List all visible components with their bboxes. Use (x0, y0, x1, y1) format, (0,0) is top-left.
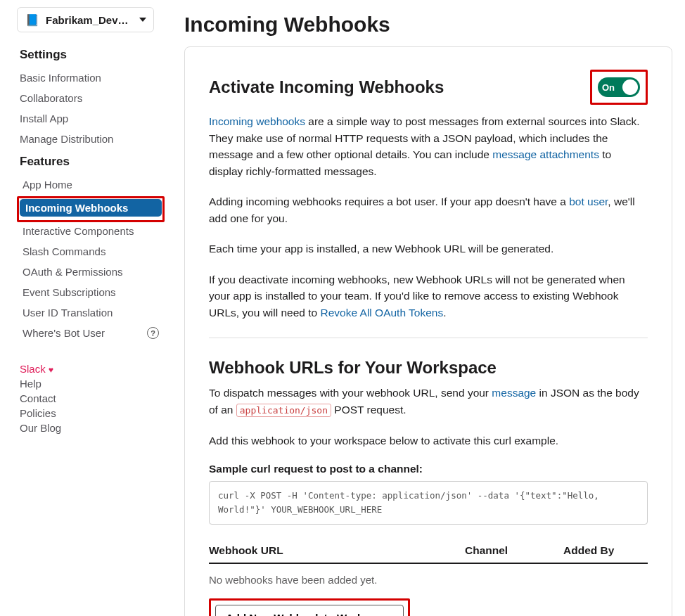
activate-paragraph-2: Adding incoming webhooks requires a bot … (209, 193, 648, 226)
toggle-knob-icon (622, 79, 638, 95)
activate-header-row: Activate Incoming Webhooks On (209, 70, 648, 105)
highlight-box-add-button: Add New Webhook to Workspace (209, 598, 410, 616)
highlight-box: Incoming Webhooks (17, 196, 165, 222)
features-heading: Features (20, 155, 165, 169)
message-link[interactable]: message (492, 387, 536, 399)
bot-user-link[interactable]: bot user (569, 195, 608, 207)
content-panel: Activate Incoming Webhooks On Incoming w… (184, 46, 672, 616)
activate-paragraph-1: Incoming webhooks are a simple way to po… (209, 113, 648, 179)
chevron-down-icon (139, 18, 146, 22)
sidebar-item-app-home[interactable]: App Home (17, 176, 165, 193)
urls-paragraph-2: Add this webhook to your workspace below… (209, 432, 648, 449)
urls-paragraph-1: To dispatch messages with your webhook U… (209, 385, 648, 418)
sidebar: 📘 Fabrikam_Dev… Settings Basic Informati… (0, 0, 169, 616)
sidebar-item-user-id-translation[interactable]: User ID Translation (17, 304, 165, 321)
sidebar-item-manage-distribution[interactable]: Manage Distribution (17, 130, 165, 148)
activate-paragraph-4: If you deactivate incoming webhooks, new… (209, 271, 648, 321)
highlight-box-toggle: On (590, 70, 648, 105)
table-col-webhook-url: Webhook URL (209, 544, 465, 557)
footer-help-link[interactable]: Help (17, 376, 165, 391)
activate-heading: Activate Incoming Webhooks (209, 77, 444, 97)
sample-curl-label: Sample curl request to post to a channel… (209, 463, 648, 475)
sidebar-item-oauth-permissions[interactable]: OAuth & Permissions (17, 263, 165, 281)
settings-nav: Basic Information Collaborators Install … (17, 69, 165, 148)
divider (209, 338, 648, 338)
webhook-empty-message: No webhooks have been added yet. (209, 574, 648, 586)
sidebar-item-slash-commands[interactable]: Slash Commands (17, 243, 165, 260)
sidebar-item-event-subscriptions[interactable]: Event Subscriptions (17, 283, 165, 301)
content-type-code: application/json (236, 404, 331, 417)
incoming-webhooks-link[interactable]: Incoming webhooks (209, 115, 305, 127)
footer-links: Slack ♥ Help Contact Policies Our Blog (17, 361, 165, 435)
sidebar-item-incoming-webhooks[interactable]: Incoming Webhooks (20, 199, 162, 217)
app-name: Fabrikam_Dev… (46, 14, 135, 26)
sidebar-item-basic-information[interactable]: Basic Information (17, 69, 165, 86)
sidebar-item-interactive-components[interactable]: Interactive Components (17, 222, 165, 240)
footer-slack-link[interactable]: Slack ♥ (17, 361, 165, 376)
add-new-webhook-button[interactable]: Add New Webhook to Workspace (215, 605, 404, 616)
activate-toggle[interactable]: On (598, 77, 640, 97)
footer-policies-link[interactable]: Policies (17, 406, 165, 421)
sidebar-item-wheres-bot-user[interactable]: Where's Bot User ? (17, 324, 165, 342)
page-title: Incoming Webhooks (184, 13, 672, 37)
footer-blog-link[interactable]: Our Blog (17, 421, 165, 435)
webhook-urls-heading: Webhook URLs for Your Workspace (209, 358, 648, 378)
app-selector-dropdown[interactable]: 📘 Fabrikam_Dev… (17, 7, 154, 32)
main-content: Incoming Webhooks Activate Incoming Webh… (169, 0, 685, 616)
settings-heading: Settings (20, 48, 165, 62)
revoke-tokens-link[interactable]: Revoke All OAuth Tokens (321, 307, 444, 319)
table-col-added-by: Added By (563, 544, 648, 557)
footer-contact-link[interactable]: Contact (17, 391, 165, 406)
sample-curl-code: curl -X POST -H 'Content-type: applicati… (209, 481, 648, 525)
sidebar-item-label: Where's Bot User (23, 327, 105, 339)
sidebar-item-install-app[interactable]: Install App (17, 110, 165, 127)
app-icon: 📘 (25, 12, 40, 27)
sidebar-item-collaborators[interactable]: Collaborators (17, 89, 165, 107)
table-col-channel: Channel (465, 544, 563, 557)
message-attachments-link[interactable]: message attachments (492, 148, 599, 160)
webhook-table-header: Webhook URL Channel Added By (209, 544, 648, 564)
features-nav: App Home Incoming Webhooks Interactive C… (17, 176, 165, 342)
heart-icon: ♥ (49, 365, 53, 375)
footer-slack-label: Slack (20, 363, 46, 375)
toggle-label: On (602, 82, 615, 93)
help-icon[interactable]: ? (147, 327, 159, 339)
activate-paragraph-3: Each time your app is installed, a new W… (209, 240, 648, 257)
